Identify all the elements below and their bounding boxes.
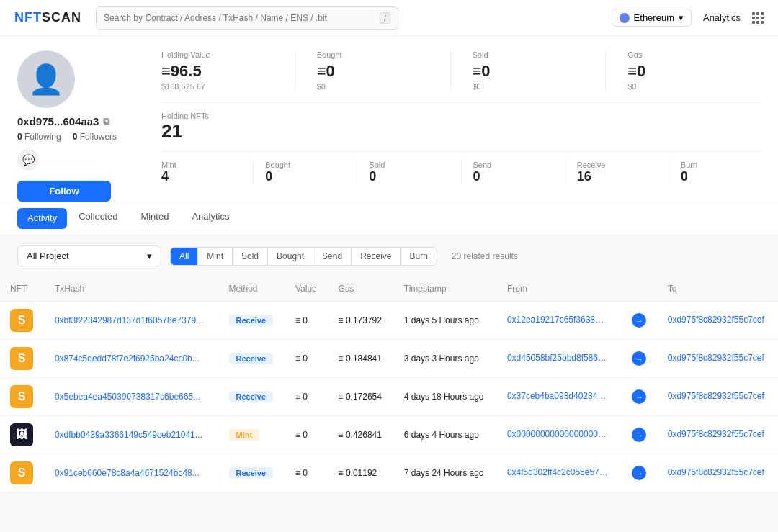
to-address[interactable]: 0xd975f8c82932f55c7cef [668,391,764,401]
pill-send[interactable]: Send [313,248,352,265]
nft-thumb-cell: S [0,454,45,492]
timestamp-text: 3 days 3 Hours ago [404,353,479,364]
tx-hash-link[interactable]: 0x91ceb660e78c8a4a4671524bc48... [55,468,200,478]
tx-hash-link[interactable]: 0xbf3f22342987d137d1f60578e7379... [55,315,203,325]
tab-analytics[interactable]: Analytics [180,202,241,235]
col-txhash: TxHash [45,276,219,302]
arrow-icon: → [632,428,646,442]
timestamp-text: 1 days 5 Hours ago [404,315,479,325]
project-select-label: All Project [27,251,69,261]
value-text: ≡ 0 [295,353,308,364]
sold2-label: Sold [369,161,449,169]
from-address[interactable]: 0x12ea19217c65f36385bb0... [507,315,608,325]
method-cell: Receive [219,378,285,416]
filter-bar: All Project ▾ All Mint Sold Bought Send … [0,235,778,276]
pill-all[interactable]: All [171,248,198,265]
address-text: 0xd975...604aa3 [17,115,99,127]
method-cell: Receive [219,340,285,378]
pill-burn[interactable]: Burn [401,248,436,265]
arrow-cell: → [622,416,658,454]
tab-activity[interactable]: Activity [17,208,67,229]
holding-value-block: Holding Value ≡96.5 $168,525.67 [161,50,295,91]
value-cell: ≡ 0 [285,416,328,454]
pill-sold[interactable]: Sold [233,248,268,265]
gas-label: Gas [627,50,761,59]
follow-button[interactable]: Follow [17,181,111,202]
receive-stat: Receive 16 [565,161,669,184]
arrow-cell: → [622,302,658,340]
search-input[interactable] [104,13,380,23]
receive-label: Receive [577,161,657,169]
to-address[interactable]: 0xd975f8c82932f55c7cef [668,353,764,363]
sold-label: Sold [473,50,606,59]
receive-val: 16 [577,169,657,184]
from-address[interactable]: 0x37ceb4ba093d40234c6fb3... [507,391,608,401]
bought2-val: 0 [265,169,345,184]
value-text: ≡ 0 [295,468,308,478]
pill-mint[interactable]: Mint [198,248,233,265]
col-value: Value [285,276,328,302]
tx-hash-link[interactable]: 0xdfbb0439a3366149c549ceb21041... [55,430,202,440]
copy-icon[interactable]: ⧉ [103,116,109,127]
sold-usd: $0 [473,82,606,91]
timestamp-text: 7 days 24 Hours ago [404,468,484,478]
search-bar[interactable]: / [96,6,398,30]
col-gas: Gas [328,276,394,302]
eth-dot-icon [620,13,630,23]
chat-bubble-icon: 💬 [17,149,39,171]
method-badge: Mint [229,429,260,441]
nft-thumb-cell: 🖼 [0,416,45,454]
col-method: Method [219,276,285,302]
value-text: ≡ 0 [295,430,308,440]
to-address[interactable]: 0xd975f8c82932f55c7cef [668,315,764,325]
to-address[interactable]: 0xd975f8c82932f55c7cef [668,467,764,477]
sold-block: Sold ≡0 $0 [450,50,606,91]
to-cell: 0xd975f8c82932f55c7cef [658,454,778,492]
chevron-down-icon: ▾ [679,12,684,23]
gas-text: ≡ 0.172654 [339,392,382,402]
col-to: To [658,276,778,302]
from-cell: 0x12ea19217c65f36385bb0... [497,302,622,340]
bought-label: Bought [317,50,450,59]
pill-receive[interactable]: Receive [352,248,401,265]
from-address[interactable]: 0xd45058bf25bbd8f586124c... [507,353,608,363]
avatar: 👤 [17,50,75,108]
timestamp-cell: 6 days 4 Hours ago [394,416,497,454]
method-cell: Receive [219,302,285,340]
network-selector[interactable]: Ethereum ▾ [612,9,692,27]
tab-minted[interactable]: Minted [129,202,180,235]
value-cell: ≡ 0 [285,302,328,340]
grid-icon[interactable] [752,12,764,24]
method-badge: Receive [229,315,274,326]
project-select[interactable]: All Project ▾ [17,245,161,266]
table-row: S 0x5ebea4ea450390738317c6be665... Recei… [0,378,778,416]
to-address[interactable]: 0xd975f8c82932f55c7cef [668,429,764,439]
profile-section: 👤 0xd975...604aa3 ⧉ 0 Following 0 Follow… [0,36,778,202]
follow-stats: 0 Following 0 Followers [17,132,117,142]
pill-bought[interactable]: Bought [268,248,313,265]
activity-table: NFT TxHash Method Value Gas Timestamp Fr… [0,276,778,492]
tab-collected[interactable]: Collected [67,202,129,235]
filter-pills: All Mint Sold Bought Send Receive Burn [170,247,437,266]
network-label: Ethereum [634,12,674,23]
tx-hash-link[interactable]: 0x5ebea4ea450390738317c6be665... [55,392,200,402]
from-address[interactable]: 0x4f5d302ff4c2c055e573380... [507,467,608,477]
from-cell: 0xd45058bf25bbd8f586124c... [497,340,622,378]
send-label: Send [473,161,553,169]
gas-cell: ≡ 0.426841 [328,416,394,454]
chevron-down-icon: ▾ [147,251,152,261]
gas-cell: ≡ 0.01192 [328,454,394,492]
analytics-link[interactable]: Analytics [703,12,741,23]
from-cell: 0x0000000000000000000000... [497,416,622,454]
from-address[interactable]: 0x0000000000000000000000... [507,429,608,439]
bought2-label: Bought [265,161,345,169]
nft-thumbnail: 🖼 [10,423,33,446]
holding-nfts-row: Holding NFTs 21 [161,103,761,152]
holding-nfts-label: Holding NFTs [161,112,209,120]
method-badge: Receive [229,391,274,402]
tx-hash-link[interactable]: 0x874c5dedd78f7e2f6925ba24cc0b... [55,353,200,364]
wallet-address: 0xd975...604aa3 ⧉ [17,115,109,127]
from-cell: 0x4f5d302ff4c2c055e573380... [497,454,622,492]
logo: NFTSCAN [14,10,81,25]
to-cell: 0xd975f8c82932f55c7cef [658,340,778,378]
